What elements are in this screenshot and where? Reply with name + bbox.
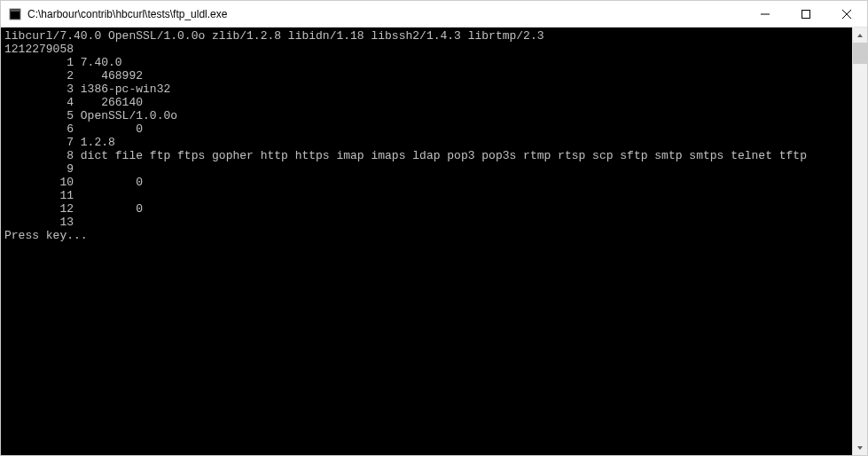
minimize-button[interactable] bbox=[745, 1, 786, 27]
scrollbar-track[interactable] bbox=[853, 43, 867, 440]
scroll-down-arrow-icon[interactable] bbox=[853, 440, 867, 455]
console-output: libcurl/7.40.0 OpenSSL/1.0.0o zlib/1.2.8… bbox=[1, 28, 852, 455]
vertical-scrollbar[interactable] bbox=[852, 28, 867, 455]
app-icon bbox=[8, 7, 22, 21]
svg-rect-3 bbox=[802, 10, 810, 18]
scroll-up-arrow-icon[interactable] bbox=[853, 28, 867, 43]
window-controls bbox=[745, 1, 867, 27]
window-titlebar: C:\harbour\contrib\hbcurl\tests\ftp_uldl… bbox=[1, 1, 867, 28]
svg-rect-1 bbox=[11, 10, 20, 12]
close-button[interactable] bbox=[826, 1, 867, 27]
maximize-button[interactable] bbox=[786, 1, 826, 27]
window-title: C:\harbour\contrib\hbcurl\tests\ftp_uldl… bbox=[27, 8, 745, 20]
console-area: libcurl/7.40.0 OpenSSL/1.0.0o zlib/1.2.8… bbox=[1, 28, 867, 455]
scrollbar-thumb[interactable] bbox=[853, 43, 867, 64]
